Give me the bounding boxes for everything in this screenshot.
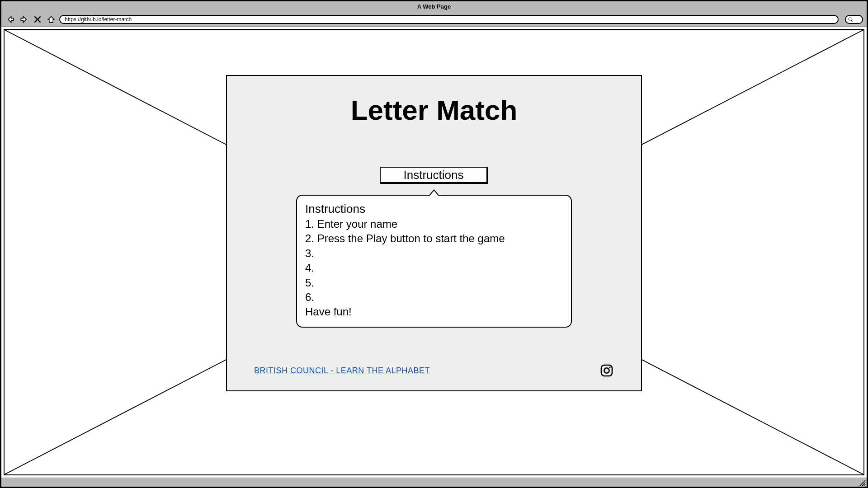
magnifier-icon <box>848 17 853 22</box>
svg-point-5 <box>604 368 609 373</box>
footer-link[interactable]: BRITISH COUNCIL - LEARN THE ALPHABET <box>254 366 430 375</box>
instagram-icon <box>599 363 614 378</box>
svg-line-1 <box>851 20 853 21</box>
popover-line: 4. <box>305 261 563 275</box>
popover-line: 5. <box>305 276 563 290</box>
arrow-right-icon <box>19 15 28 24</box>
url-text: https://github.io/letter-match <box>65 16 132 23</box>
home-icon <box>47 15 56 24</box>
svg-point-0 <box>849 18 851 20</box>
url-bar[interactable]: https://github.io/letter-match <box>59 15 839 24</box>
back-button[interactable] <box>5 14 16 24</box>
svg-line-9 <box>864 484 865 486</box>
arrow-left-icon <box>6 15 15 24</box>
svg-rect-4 <box>601 365 612 376</box>
instructions-popover: Instructions 1. Enter your name 2. Press… <box>296 195 572 328</box>
popover-line: 1. Enter your name <box>305 217 563 231</box>
popover-line: 3. <box>305 246 563 261</box>
card-title: Letter Match <box>351 94 518 126</box>
close-icon <box>33 15 42 24</box>
zoom-control[interactable] <box>845 15 863 24</box>
browser-title-bar: A Web Page <box>1 1 867 12</box>
svg-point-6 <box>609 366 610 368</box>
home-button[interactable] <box>46 14 57 24</box>
resize-grip-icon[interactable] <box>859 479 866 486</box>
popover-line: 6. <box>305 290 563 305</box>
viewport: Letter Match Instructions Instructions 1… <box>4 29 864 475</box>
card-footer: BRITISH COUNCIL - LEARN THE ALPHABET <box>254 363 614 378</box>
forward-button[interactable] <box>19 14 29 24</box>
instagram-link[interactable] <box>599 363 614 378</box>
main-card: Letter Match Instructions Instructions 1… <box>226 75 642 391</box>
instructions-button-label: Instructions <box>404 168 464 182</box>
status-bar <box>1 478 867 487</box>
browser-toolbar: https://github.io/letter-match <box>1 12 867 27</box>
browser-window: A Web Page https://github.io/letter-matc… <box>0 0 868 488</box>
popover-line: 2. Press the Play button to start the ga… <box>305 231 563 246</box>
popover-line: Have fun! <box>305 305 563 319</box>
stop-button[interactable] <box>32 14 43 24</box>
instructions-button[interactable]: Instructions <box>380 167 488 184</box>
browser-title: A Web Page <box>417 3 451 10</box>
popover-heading: Instructions <box>305 202 563 216</box>
